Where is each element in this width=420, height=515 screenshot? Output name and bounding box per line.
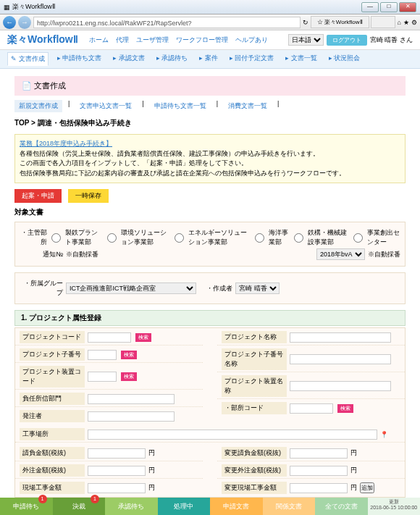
dept-label: ・主管部所: [20, 228, 47, 247]
browser-tab-blank[interactable]: [371, 16, 395, 28]
dept-radio-5[interactable]: [294, 233, 303, 243]
browser-tab[interactable]: ☆ 楽々WorkflowⅡ: [311, 16, 369, 28]
creator-label: ・作成者: [206, 284, 232, 293]
client-input[interactable]: [88, 411, 175, 422]
btab-8[interactable]: 更新2018-06-15 10:00:00: [368, 498, 421, 515]
app-logo: 楽々WorkflowⅡ: [7, 33, 78, 46]
dept-radio-3[interactable]: [175, 233, 184, 243]
group-select[interactable]: ICT企画推進部ICT戦略企画室: [66, 282, 196, 294]
home-icon[interactable]: ⌂: [398, 19, 401, 26]
star-icon[interactable]: ★: [403, 19, 409, 26]
username-label: 宮崎 晴香 さん: [370, 35, 413, 45]
menu-approve[interactable]: ▸ 承認文書: [110, 52, 148, 66]
subtab-c[interactable]: 申請待ち文書一覧: [150, 100, 211, 112]
pjdev-input[interactable]: [88, 372, 117, 382]
btab-5[interactable]: 申請文書: [210, 498, 263, 515]
page-title: 📄 文書作成: [14, 76, 406, 96]
gear-icon[interactable]: ⚙: [411, 19, 417, 26]
dept-radio-1[interactable]: [51, 233, 61, 243]
subtab-b[interactable]: 文書申込文書一覧: [75, 100, 136, 112]
chgoutsrc-input[interactable]: [290, 466, 348, 476]
search-badge[interactable]: 検索: [135, 333, 151, 342]
nav-home[interactable]: ホーム: [89, 35, 109, 45]
creator-select[interactable]: 宮崎 晴香: [235, 282, 280, 294]
btab-4[interactable]: 処理中: [158, 498, 211, 515]
section1-title: 1. プロジェクト属性登録: [14, 310, 406, 326]
search-badge[interactable]: 検索: [121, 351, 137, 359]
group-label: ・所属グループ: [20, 279, 63, 298]
subtab-new[interactable]: 新規文書作成: [14, 100, 62, 112]
btab-7[interactable]: 全ての文書: [315, 498, 368, 515]
breadcrumb: TOP > 調達・包括保険申込み手続き: [14, 118, 406, 128]
btab-6[interactable]: 関係文書: [263, 498, 316, 515]
nav-user[interactable]: ユーザ管理: [136, 35, 169, 45]
site-input[interactable]: [88, 430, 377, 440]
address-bar[interactable]: http://lwpro0211.eng.nsc.local/RakWF21/R…: [33, 17, 301, 28]
subtab-d[interactable]: 消費文書一覧: [224, 100, 272, 112]
pjcode-input[interactable]: [88, 332, 131, 343]
menu-create[interactable]: ✎ 文書作成: [7, 52, 49, 66]
menu-status[interactable]: ▸ 状況照会: [326, 52, 364, 66]
save-button[interactable]: 一時保存: [68, 189, 109, 203]
notif-label: 通知№: [20, 250, 63, 259]
refresh-icon[interactable]: ↻: [303, 19, 308, 26]
back-button[interactable]: ←: [3, 16, 16, 29]
menu-inprog[interactable]: ▸ 申請待ち文書: [54, 52, 105, 66]
dept-radio-2[interactable]: [107, 233, 117, 243]
btab-2[interactable]: 決裁1: [53, 498, 106, 515]
menu-consult[interactable]: ▸ 案件: [196, 52, 221, 66]
chgcontract-input[interactable]: [290, 448, 348, 459]
target-heading: 対象文書: [14, 207, 406, 217]
pjname-input[interactable]: [290, 332, 391, 343]
add-button[interactable]: 追加: [360, 482, 374, 493]
menu-pending[interactable]: ▸ 回付予定文書: [227, 52, 277, 66]
dept-radio-4[interactable]: [255, 233, 264, 243]
nav-workflow[interactable]: ワークフロー管理: [176, 35, 228, 45]
pjsubname-input[interactable]: [290, 354, 391, 364]
notif-auto: ※自動採番: [66, 250, 98, 259]
contract-input[interactable]: [88, 448, 146, 459]
btab-1[interactable]: 申請待ち1: [0, 498, 53, 515]
menu-list[interactable]: ▸ 文書一覧: [282, 52, 320, 66]
nav-help[interactable]: ヘルプあり: [235, 35, 268, 45]
window-title: 楽々WorkflowⅡ: [12, 2, 55, 12]
pjdevname-input[interactable]: [290, 381, 391, 391]
outsrc-input[interactable]: [88, 466, 146, 476]
chgsiteamt-input[interactable]: [290, 483, 348, 493]
notice-box: 業務【2018年度申込み手続き】 各種包括保険（労災上乗せ保険、請負業者賠償責任…: [14, 134, 406, 183]
siteamt-input[interactable]: [88, 483, 146, 493]
logout-button[interactable]: ログアウト: [327, 35, 367, 46]
menu-wait[interactable]: ▸ 承認待ち: [154, 52, 191, 66]
pjsub-input[interactable]: [88, 350, 117, 360]
dept-radio-6[interactable]: [353, 233, 363, 243]
window-icon: ▦: [4, 4, 10, 11]
respdept-input[interactable]: [88, 394, 175, 404]
deptcode-input[interactable]: [290, 403, 333, 414]
language-select[interactable]: 日本語: [288, 34, 324, 46]
search-badge[interactable]: 検索: [121, 372, 137, 381]
btab-3[interactable]: 承認待ち: [105, 498, 158, 515]
maximize-button[interactable]: □: [380, 2, 398, 12]
minimize-button[interactable]: ―: [361, 2, 379, 12]
submit-button[interactable]: 起案・申請: [14, 189, 62, 203]
search-badge[interactable]: 検索: [337, 404, 353, 413]
forward-button[interactable]: →: [18, 16, 31, 29]
year-select[interactable]: 2018年bvA: [316, 248, 365, 260]
map-icon[interactable]: 📍: [380, 431, 388, 438]
nav-proxy[interactable]: 代理: [116, 35, 129, 45]
close-button[interactable]: ✕: [399, 2, 416, 12]
notice-link[interactable]: 業務【2018年度申込み手続き】: [20, 139, 400, 149]
